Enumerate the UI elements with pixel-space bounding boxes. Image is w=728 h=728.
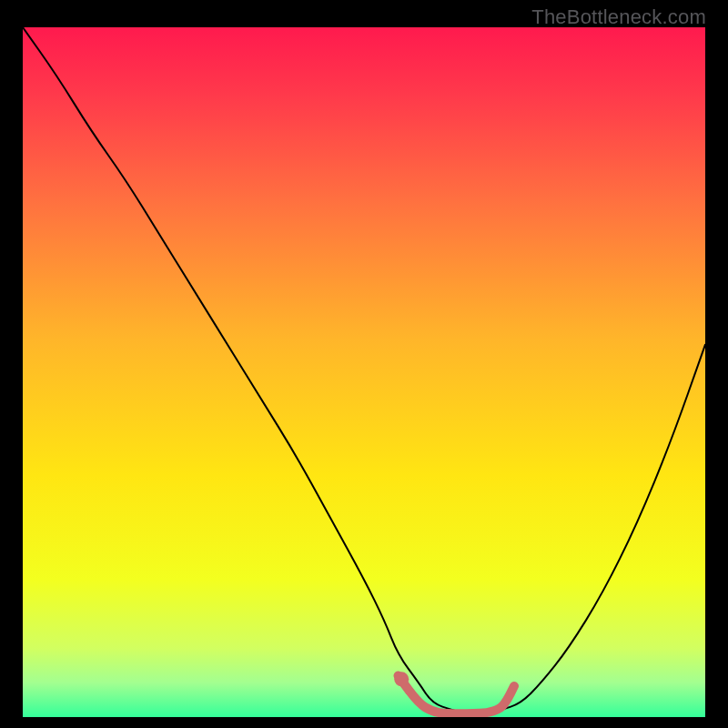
watermark-text: TheBottleneck.com bbox=[531, 5, 706, 29]
series-optimal-point-dot bbox=[394, 672, 409, 686]
chart-frame bbox=[23, 27, 705, 717]
bottleneck-curve-chart bbox=[23, 27, 705, 717]
gradient-background bbox=[23, 27, 705, 717]
